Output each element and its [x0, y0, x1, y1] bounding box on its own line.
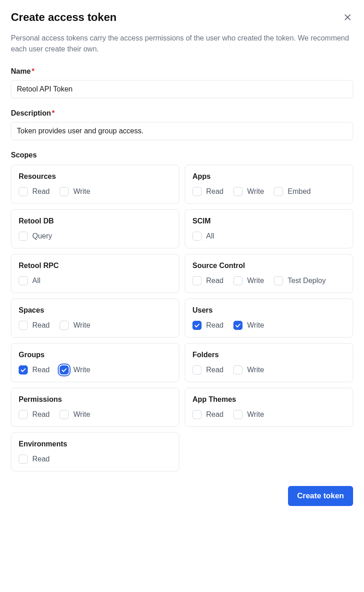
folders-write-checkbox[interactable] [233, 365, 243, 374]
description-label: Description* [11, 109, 353, 117]
scope-users: Users Read Write [185, 299, 353, 338]
permissions-write-option[interactable]: Write [60, 410, 90, 419]
scope-permissions: Permissions Read Write [11, 388, 179, 427]
scope-scim-title: SCIM [192, 217, 345, 225]
scope-retooldb: Retool DB Query [11, 209, 179, 248]
sourcecontrol-testdeploy-label: Test Deploy [288, 277, 326, 285]
folders-write-label: Write [247, 366, 264, 374]
scope-spaces-options: Read Write [19, 321, 172, 330]
scope-environments-options: Read [19, 455, 172, 464]
resources-read-checkbox[interactable] [19, 187, 28, 196]
groups-read-checkbox[interactable] [19, 365, 28, 374]
appthemes-read-label: Read [206, 410, 223, 419]
users-read-option[interactable]: Read [192, 321, 223, 330]
permissions-read-label: Read [32, 410, 50, 419]
groups-read-option[interactable]: Read [19, 365, 50, 374]
users-read-label: Read [206, 321, 223, 329]
scope-retooldb-title: Retool DB [19, 217, 172, 225]
folders-write-option[interactable]: Write [233, 365, 264, 374]
folders-read-checkbox[interactable] [192, 365, 202, 374]
sourcecontrol-read-option[interactable]: Read [192, 276, 223, 285]
groups-write-label: Write [73, 366, 90, 374]
folders-read-option[interactable]: Read [192, 365, 223, 374]
spaces-read-option[interactable]: Read [19, 321, 50, 330]
scope-resources-title: Resources [19, 172, 172, 181]
apps-write-checkbox[interactable] [233, 187, 243, 196]
scope-scim: SCIM All [185, 209, 353, 248]
resources-read-option[interactable]: Read [19, 187, 50, 196]
apps-write-option[interactable]: Write [233, 187, 264, 196]
scim-all-option[interactable]: All [192, 232, 214, 241]
scope-retoolrpc: Retool RPC All [11, 254, 179, 293]
environments-read-label: Read [32, 455, 50, 463]
environments-read-option[interactable]: Read [19, 455, 50, 464]
scope-permissions-title: Permissions [19, 395, 172, 404]
create-token-button[interactable]: Create token [288, 486, 353, 506]
scope-retoolrpc-title: Retool RPC [19, 262, 172, 270]
sourcecontrol-read-checkbox[interactable] [192, 276, 202, 285]
spaces-write-option[interactable]: Write [60, 321, 90, 330]
sourcecontrol-testdeploy-checkbox[interactable] [274, 276, 283, 285]
scope-folders-title: Folders [192, 351, 345, 359]
scope-users-options: Read Write [192, 321, 345, 330]
spaces-read-checkbox[interactable] [19, 321, 28, 330]
users-write-option[interactable]: Write [233, 321, 264, 330]
scope-sourcecontrol: Source Control Read Write Test Deploy [185, 254, 353, 293]
groups-write-option[interactable]: Write [60, 365, 90, 374]
environments-read-checkbox[interactable] [19, 455, 28, 464]
scope-folders-options: Read Write [192, 365, 345, 374]
sourcecontrol-write-checkbox[interactable] [233, 276, 243, 285]
scope-sourcecontrol-options: Read Write Test Deploy [192, 276, 345, 285]
sourcecontrol-write-option[interactable]: Write [233, 276, 264, 285]
apps-read-checkbox[interactable] [192, 187, 202, 196]
scope-apps: Apps Read Write Embed [185, 165, 353, 204]
resources-write-option[interactable]: Write [60, 187, 90, 196]
scope-environments-title: Environments [19, 440, 172, 448]
apps-embed-checkbox[interactable] [274, 187, 283, 196]
scope-folders: Folders Read Write [185, 343, 353, 382]
scim-all-checkbox[interactable] [192, 232, 202, 241]
permissions-read-option[interactable]: Read [19, 410, 50, 419]
apps-embed-option[interactable]: Embed [274, 187, 311, 196]
spaces-write-checkbox[interactable] [60, 321, 69, 330]
apps-embed-label: Embed [288, 187, 311, 196]
appthemes-read-checkbox[interactable] [192, 410, 202, 419]
retoolrpc-all-checkbox[interactable] [19, 276, 28, 285]
dialog-title: Create access token [11, 11, 116, 24]
dialog-footer: Create token [11, 486, 353, 506]
apps-read-option[interactable]: Read [192, 187, 223, 196]
folders-read-label: Read [206, 366, 223, 374]
scope-scim-options: All [192, 232, 345, 241]
name-input[interactable] [11, 80, 353, 98]
sourcecontrol-testdeploy-option[interactable]: Test Deploy [274, 276, 326, 285]
close-icon[interactable] [342, 12, 353, 23]
required-indicator: * [32, 67, 35, 75]
appthemes-write-option[interactable]: Write [233, 410, 264, 419]
resources-write-checkbox[interactable] [60, 187, 69, 196]
permissions-read-checkbox[interactable] [19, 410, 28, 419]
scope-appthemes-options: Read Write [192, 410, 345, 419]
scope-retoolrpc-options: All [19, 276, 172, 285]
scope-permissions-options: Read Write [19, 410, 172, 419]
description-field-group: Description* [11, 109, 353, 140]
scope-groups: Groups Read Write [11, 343, 179, 382]
scope-resources: Resources Read Write [11, 165, 179, 204]
appthemes-write-checkbox[interactable] [233, 410, 243, 419]
sourcecontrol-read-label: Read [206, 277, 223, 285]
retoolrpc-all-option[interactable]: All [19, 276, 40, 285]
users-read-checkbox[interactable] [192, 321, 202, 330]
scope-environments: Environments Read [11, 432, 179, 471]
scope-resources-options: Read Write [19, 187, 172, 196]
users-write-checkbox[interactable] [233, 321, 243, 330]
description-input[interactable] [11, 122, 353, 140]
permissions-write-checkbox[interactable] [60, 410, 69, 419]
retooldb-query-option[interactable]: Query [19, 232, 52, 241]
appthemes-read-option[interactable]: Read [192, 410, 223, 419]
scope-apps-title: Apps [192, 172, 345, 181]
retooldb-query-checkbox[interactable] [19, 232, 28, 241]
apps-write-label: Write [247, 187, 264, 196]
scope-groups-options: Read Write [19, 365, 172, 374]
name-label: Name* [11, 67, 353, 76]
dialog-header: Create access token [11, 11, 353, 24]
groups-write-checkbox[interactable] [60, 365, 69, 374]
